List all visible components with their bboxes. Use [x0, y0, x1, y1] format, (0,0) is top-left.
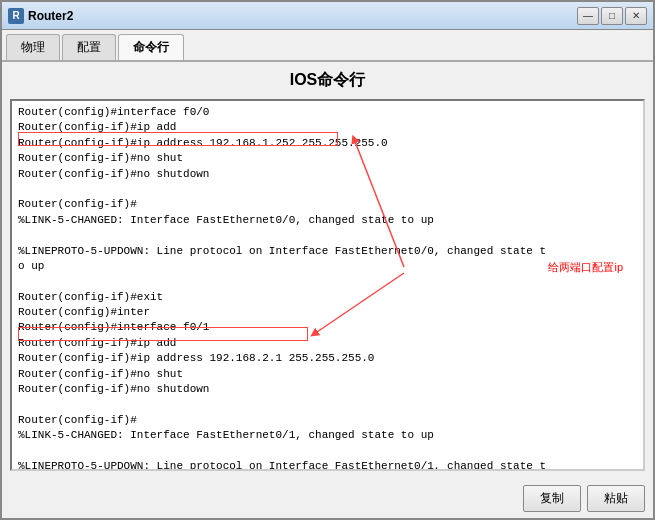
terminal-wrapper: Router(config)#interface f0/0 Router(con… [10, 99, 645, 471]
bottom-bar: 复制 粘贴 [2, 479, 653, 518]
terminal-text: Router(config)#interface f0/0 Router(con… [14, 105, 641, 471]
terminal-container[interactable]: Router(config)#interface f0/0 Router(con… [10, 99, 645, 471]
content-area: IOS命令行 Router(config)#interface f0/0 Rou… [2, 62, 653, 479]
close-button[interactable]: ✕ [625, 7, 647, 25]
window-title: Router2 [28, 9, 577, 23]
main-window: R Router2 — □ ✕ 物理 配置 命令行 IOS命令行 Router(… [0, 0, 655, 520]
annotation-text: 给两端口配置ip [548, 260, 623, 275]
title-bar: R Router2 — □ ✕ [2, 2, 653, 30]
maximize-button[interactable]: □ [601, 7, 623, 25]
copy-button[interactable]: 复制 [523, 485, 581, 512]
paste-button[interactable]: 粘贴 [587, 485, 645, 512]
minimize-button[interactable]: — [577, 7, 599, 25]
page-title: IOS命令行 [10, 70, 645, 91]
tab-cli[interactable]: 命令行 [118, 34, 184, 60]
tab-config[interactable]: 配置 [62, 34, 116, 60]
window-icon: R [8, 8, 24, 24]
window-controls: — □ ✕ [577, 7, 647, 25]
tabs-bar: 物理 配置 命令行 [2, 30, 653, 62]
tab-physics[interactable]: 物理 [6, 34, 60, 60]
